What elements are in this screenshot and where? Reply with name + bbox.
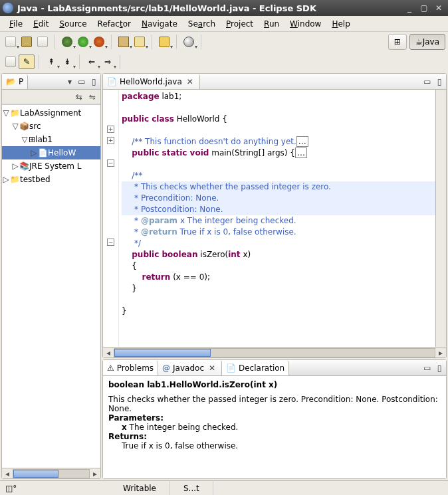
editor-tab-label: HelloWorld.java (120, 77, 182, 86)
statusbar: ◫° Writable S...t (0, 480, 448, 495)
sidebar-hscroll[interactable]: ◂▸ (2, 468, 100, 478)
new-package-button[interactable] (116, 35, 132, 49)
new-button[interactable] (3, 35, 19, 49)
toggle-comment-button[interactable] (3, 54, 19, 69)
tree-project[interactable]: ▽📁 LabAssignment (2, 106, 100, 120)
nav-fwd-button[interactable]: ⇒ (100, 54, 116, 69)
search-button[interactable] (181, 35, 197, 49)
javadoc-tab[interactable]: @ Javadoc ✕ (158, 361, 222, 375)
tree-jre[interactable]: ▷📚 JRE System L (2, 159, 100, 173)
close-tab-icon[interactable]: ✕ (207, 363, 217, 373)
javadoc-description: This checks whether the passed integer i… (108, 395, 441, 413)
view-menu-icon[interactable]: ▾ (64, 76, 75, 87)
tree-file-hello[interactable]: ▷📄 HelloW (2, 146, 100, 159)
workarea: 📂 P ▾ ▭ ▯ ⇆ ⇋ ▽📁 LabAssignment ▽📦 src ▽⊞… (0, 72, 448, 480)
javadoc-returns: True if x is 0, false otherwise. (108, 441, 441, 450)
tree-src[interactable]: ▽📦 src (2, 120, 100, 133)
bottom-pane: ⚠ Problems @ Javadoc ✕ 📄 Declaration ▭ ▯… (102, 359, 447, 479)
fold-marker[interactable]: + (107, 137, 114, 144)
link-editor-icon[interactable]: ⇋ (87, 92, 98, 102)
javadoc-params-header: Parameters: (108, 413, 441, 423)
menu-window[interactable]: Window (284, 18, 326, 30)
new-type-button[interactable] (132, 35, 148, 49)
menu-navigate[interactable]: Navigate (136, 18, 183, 30)
bottom-maximize-icon[interactable]: ▯ (434, 363, 445, 373)
perspective-label: Java (423, 37, 439, 47)
main-toolbar: ⊞ ☕ Java (0, 32, 448, 52)
editor-hscroll[interactable]: ◂▸ (103, 347, 446, 357)
package-explorer-tools: ⇆ ⇋ (2, 90, 100, 104)
maximize-view-icon[interactable]: ▯ (88, 76, 99, 87)
status-pad: ◫° (0, 484, 110, 493)
javadoc-returns-header: Returns: (108, 432, 441, 441)
javadoc-signature: boolean lab1.HelloWorld.isZero(int x) (108, 380, 441, 389)
javadoc-param: x The integer being checked. (108, 423, 441, 432)
minimize-button[interactable]: _ (403, 3, 416, 13)
menu-project[interactable]: Project (221, 18, 259, 30)
fold-marker[interactable]: − (107, 159, 114, 167)
print-button[interactable] (35, 35, 51, 49)
nav-prev-ann[interactable]: ↟ (43, 54, 59, 69)
status-insert: S...t (170, 481, 213, 495)
open-perspective-button[interactable]: ⊞ (388, 34, 407, 50)
minimize-view-icon[interactable]: ▭ (76, 76, 87, 87)
menu-source[interactable]: Source (54, 18, 92, 30)
save-button[interactable] (19, 35, 35, 49)
open-type-button[interactable] (156, 35, 172, 49)
maximize-button[interactable]: ▢ (417, 3, 431, 13)
toggle-mark-button[interactable]: ✎ (19, 54, 35, 69)
editor-minimize-icon[interactable]: ▭ (422, 76, 433, 87)
package-explorer-tab-label: P (19, 77, 23, 86)
collapse-all-icon[interactable]: ⇆ (74, 92, 84, 102)
menu-run[interactable]: Run (259, 18, 284, 30)
editor-tabrow: 📄 HelloWorld.java ✕ ▭ ▯ (103, 74, 446, 90)
code-text[interactable]: package lab1; public class HelloWorld { … (119, 90, 435, 347)
fold-ruler[interactable]: + + − − (103, 90, 119, 347)
close-button[interactable]: ✕ (432, 3, 445, 13)
run-ext-button[interactable] (91, 35, 107, 49)
nav-back-button[interactable]: ⇐ (84, 54, 100, 69)
tree-testbed[interactable]: ▷📁 testbed (2, 173, 100, 186)
menu-file[interactable]: File (4, 18, 28, 30)
package-explorer-tabrow: 📂 P ▾ ▭ ▯ (2, 74, 100, 90)
secondary-toolbar: ✎ ↟ ↡ ⇐ ⇒ (0, 52, 448, 72)
editor-pane: 📄 HelloWorld.java ✕ ▭ ▯ + + − − package … (102, 73, 447, 358)
javadoc-view[interactable]: boolean lab1.HelloWorld.isZero(int x) Th… (103, 376, 446, 478)
java-perspective-button[interactable]: ☕ Java (409, 34, 445, 50)
menu-help[interactable]: Help (326, 18, 355, 30)
fold-marker[interactable]: − (107, 239, 114, 246)
run-button[interactable] (75, 35, 91, 49)
eclipse-logo-icon (3, 3, 13, 13)
close-tab-icon[interactable]: ✕ (185, 76, 195, 87)
editor-tab-hello[interactable]: 📄 HelloWorld.java ✕ (103, 74, 200, 89)
fold-marker[interactable]: + (107, 126, 114, 133)
bottom-tabrow: ⚠ Problems @ Javadoc ✕ 📄 Declaration ▭ ▯ (103, 360, 446, 376)
package-explorer-tab[interactable]: 📂 P (2, 74, 28, 89)
editor-vscroll[interactable] (435, 90, 446, 347)
tree-pkg[interactable]: ▽⊞ lab1 (2, 133, 100, 146)
editor-maximize-icon[interactable]: ▯ (434, 76, 445, 87)
menu-search[interactable]: Search (183, 18, 221, 30)
bottom-minimize-icon[interactable]: ▭ (422, 363, 433, 373)
code-editor[interactable]: + + − − package lab1; public class Hello… (103, 90, 446, 347)
package-explorer-tree[interactable]: ▽📁 LabAssignment ▽📦 src ▽⊞ lab1 ▷📄 Hello… (2, 104, 100, 468)
package-explorer-pane: 📂 P ▾ ▭ ▯ ⇆ ⇋ ▽📁 LabAssignment ▽📦 src ▽⊞… (1, 73, 101, 479)
window-titlebar: Java - LabAssignments/src/lab1/HelloWorl… (0, 0, 448, 16)
menubar: File Edit Source Refactor Navigate Searc… (0, 16, 448, 32)
problems-tab[interactable]: ⚠ Problems (103, 361, 158, 375)
menu-edit[interactable]: Edit (28, 18, 54, 30)
window-title: Java - LabAssignments/src/lab1/HelloWorl… (17, 3, 401, 13)
nav-next-ann[interactable]: ↡ (59, 54, 75, 69)
debug-button[interactable] (59, 35, 75, 49)
status-writable: Writable (110, 481, 170, 495)
declaration-tab[interactable]: 📄 Declaration (222, 361, 289, 375)
menu-refactor[interactable]: Refactor (92, 18, 136, 30)
